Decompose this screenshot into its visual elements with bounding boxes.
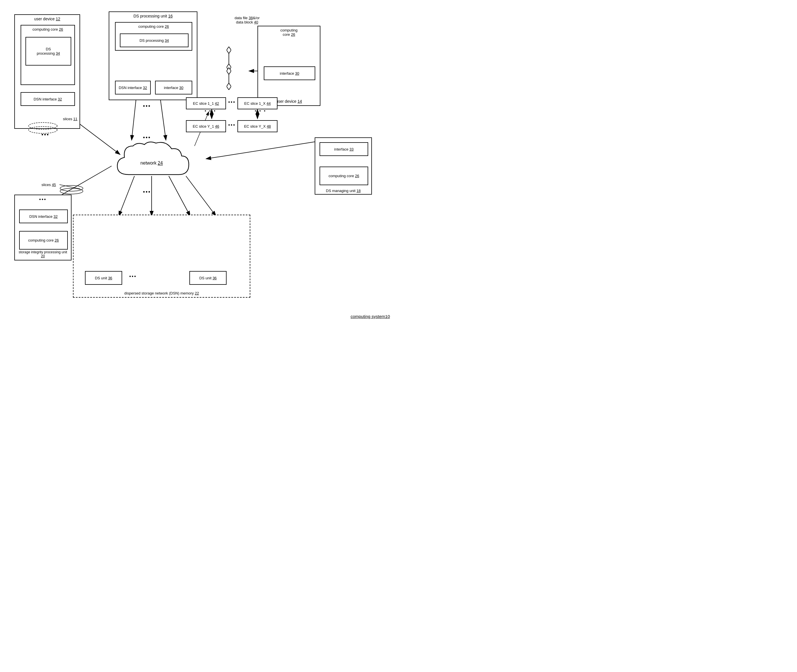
dots-ec-top-h2: ••• — [228, 123, 236, 128]
user-device-12-num: 12 — [56, 17, 61, 21]
ec-slice-y-1-46-top-label: EC slice Y_1 46 — [193, 124, 219, 128]
ds-unit-36-right-label: DS unit 36 — [200, 276, 217, 280]
dots-network-top: ••• — [143, 134, 151, 141]
dsn-interface-32-ds16-box: DSN interface 32 — [115, 81, 151, 94]
dots-ec-top-v1: ••• — [203, 110, 217, 112]
dots-ds16: ••• — [143, 103, 151, 109]
ec-slice-y-1-46-top-box: EC slice Y_1 46 — [186, 120, 226, 132]
dots-sip: ••• — [39, 197, 46, 202]
diagram: user device 12 computing core 26 DSproce… — [0, 0, 398, 336]
ec-slice-1-x-44-top-box: EC slice 1_X 44 — [238, 97, 278, 109]
computing-core-26-ds16-box: computing core 26 DS processing 34 — [115, 22, 192, 51]
ec-slice-y-x-48-top-box: EC slice Y_X 48 — [238, 120, 278, 132]
svg-line-18 — [206, 140, 325, 159]
ds-processing-34-ud12-box: DSprocessing 34 — [26, 37, 71, 66]
svg-point-32 — [29, 126, 57, 133]
computing-core-26-ud12-box: computing core 26 DSprocessing 34 — [21, 25, 75, 85]
cloud-svg: network 24 — [112, 140, 192, 186]
dsn-interface-32-ud12-box: DSN interface 32 — [21, 92, 75, 106]
interface-30-ud14-box: interface 30 — [264, 66, 315, 80]
interface-30-center-box: interface 30 — [155, 81, 192, 94]
dsn-interface-32-sip-box: DSN interface 32 — [19, 210, 68, 223]
slices-11-label: slices 11 — [63, 117, 78, 121]
ds-unit-36-right-box: DS unit 36 — [189, 271, 227, 285]
ds-managing-18-label: DS managing unit 18 — [326, 189, 361, 193]
network-cloud: network 24 — [112, 140, 192, 186]
computing-core-26-sip-label: computing core 26 — [28, 238, 59, 242]
ds-managing-unit-18-box: interface 33 computing core 26 DS managi… — [315, 138, 372, 195]
ds-processing-34-ud12-label: DSprocessing 34 — [37, 47, 60, 56]
ds-processing-34-ds16-label: DS processing 34 — [140, 38, 169, 43]
cc26-ud14-label: computingcore 26 — [280, 28, 297, 37]
cc26-ud12-label: computing core 26 — [33, 27, 63, 32]
dsn-interface-32-sip-label: DSN interface 32 — [29, 214, 57, 219]
sip-unit-20-box: ••• DSN interface 32 computing core 26 s… — [14, 195, 72, 261]
svg-point-31 — [29, 123, 57, 130]
ds-unit-16-label: DS processing unit 16 — [134, 14, 173, 18]
cc26-ds16-label: computing core 26 — [139, 24, 169, 29]
interface-30-ud14-label: interface 30 — [280, 71, 299, 75]
computing-system-10-text: computing system10 — [350, 314, 390, 319]
computing-core-26-sip-box: computing core 26 — [19, 231, 68, 250]
ec-slice-y-x-48-top-label: EC slice Y_X 48 — [244, 124, 271, 128]
ds-unit-36-left-label: DS unit 36 — [95, 276, 112, 280]
sip-unit-20-label: storage integrity processing unit 20 — [19, 250, 67, 258]
computing-system-10-label: computing system10 — [350, 314, 390, 319]
ds-processing-unit-16-box: DS processing unit 16 computing core 26 … — [109, 11, 197, 100]
data-file-label: data file 38&/ordata block 40 — [235, 16, 259, 24]
ec-slice-1-1-42-top-box: EC slice 1_1 42 — [186, 97, 226, 109]
dsn-memory-label: dispersed storage network (DSN) memory 2… — [125, 291, 199, 295]
user-device-14-box: computingcore 26 interface 30 user devic… — [257, 26, 320, 106]
computing-core-26-dsm-label: computing core 26 — [329, 174, 359, 178]
ds-processing-34-ds16-box: DS processing 34 — [120, 34, 188, 47]
dots-ec-top-h: ••• — [228, 99, 236, 105]
ec-slice-1-1-42-top-label: EC slice 1_1 42 — [193, 101, 219, 106]
ec-slice-1-x-44-top-label: EC slice 1_X 44 — [244, 101, 271, 106]
ds-unit-36-left-box: DS unit 36 — [85, 271, 122, 285]
dsn-interface-32-ds16-label: DSN interface 32 — [119, 86, 147, 90]
slices-symbol — [26, 117, 60, 134]
dots-ds-units: ••• — [129, 274, 137, 279]
dsn-memory-box: DS unit 36 ••• DS unit 36 dispersed stor… — [73, 214, 250, 298]
interface-30-center-label: interface 30 — [164, 86, 184, 90]
interface-33-box: interface 33 — [319, 142, 368, 156]
dsn-interface-32-ud12-label: DSN interface 32 — [34, 97, 62, 101]
user-device-12-label: user device — [34, 17, 54, 21]
interface-33-label: interface 33 — [334, 147, 354, 151]
svg-text:network 24: network 24 — [141, 160, 163, 165]
user-device-12-box: user device 12 computing core 26 DSproce… — [14, 14, 80, 129]
dots-network-bot: ••• — [143, 189, 151, 195]
slices-45-label: slices 45 — [42, 182, 56, 187]
slices-45-symbol — [57, 182, 86, 197]
dots-ec-top-v2: ••• — [253, 110, 267, 112]
computing-core-26-dsm-box: computing core 26 — [319, 166, 368, 185]
user-device-14-label: user device 14 — [276, 99, 302, 104]
